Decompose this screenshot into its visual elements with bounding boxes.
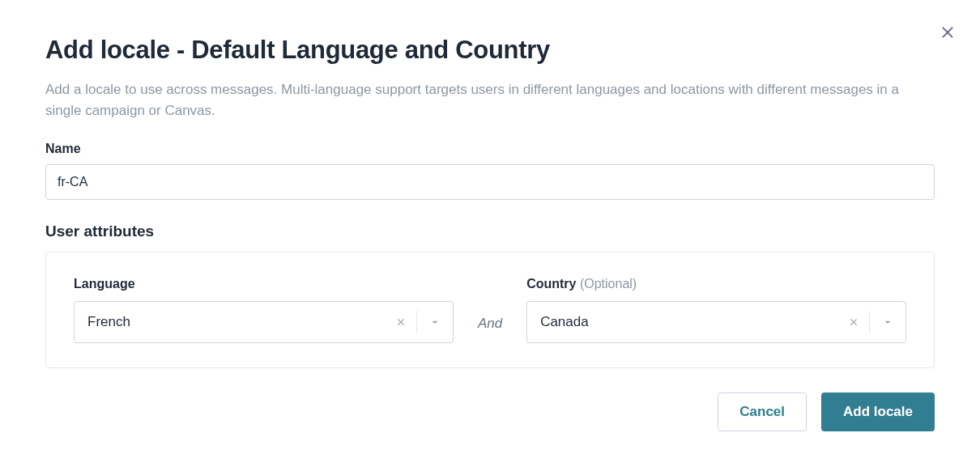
user-attributes-box: Language French And Country (Optional) C… [45, 252, 935, 368]
country-clear-icon[interactable] [838, 316, 869, 328]
country-label: Country (Optional) [526, 277, 906, 291]
name-input[interactable] [45, 164, 935, 200]
modal-footer: Cancel Add locale [45, 392, 935, 431]
close-icon[interactable] [938, 23, 957, 45]
country-optional-text: (Optional) [580, 277, 637, 291]
add-locale-modal: Add locale - Default Language and Countr… [0, 0, 980, 456]
country-select[interactable]: Canada [526, 301, 906, 343]
language-column: Language French [74, 277, 454, 343]
country-chevron-down-icon[interactable] [870, 316, 905, 329]
language-select[interactable]: French [74, 301, 454, 343]
user-attributes-title: User attributes [45, 223, 935, 240]
name-label: Name [45, 142, 935, 156]
modal-title: Add locale - Default Language and Countr… [45, 36, 935, 65]
country-value: Canada [527, 314, 838, 330]
cancel-button[interactable]: Cancel [718, 392, 807, 431]
language-chevron-down-icon[interactable] [417, 316, 453, 329]
language-value: French [75, 314, 386, 330]
and-connector: And [478, 316, 502, 343]
modal-description: Add a locale to use across messages. Mul… [45, 79, 935, 122]
country-label-text: Country [526, 277, 576, 291]
country-column: Country (Optional) Canada [526, 277, 906, 343]
language-label: Language [74, 277, 454, 291]
language-clear-icon[interactable] [386, 316, 416, 328]
add-locale-button[interactable]: Add locale [821, 392, 935, 431]
